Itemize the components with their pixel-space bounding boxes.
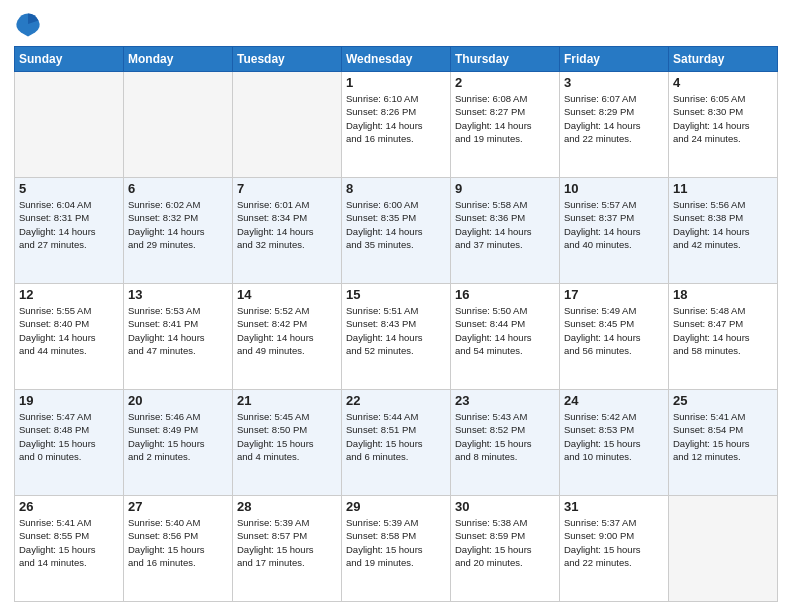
- day-cell: 20Sunrise: 5:46 AM Sunset: 8:49 PM Dayli…: [124, 390, 233, 496]
- day-cell: 6Sunrise: 6:02 AM Sunset: 8:32 PM Daylig…: [124, 178, 233, 284]
- weekday-header-monday: Monday: [124, 47, 233, 72]
- day-number: 17: [564, 287, 664, 302]
- day-info: Sunrise: 5:42 AM Sunset: 8:53 PM Dayligh…: [564, 410, 664, 463]
- day-info: Sunrise: 5:56 AM Sunset: 8:38 PM Dayligh…: [673, 198, 773, 251]
- day-cell: 31Sunrise: 5:37 AM Sunset: 9:00 PM Dayli…: [560, 496, 669, 602]
- day-cell: 10Sunrise: 5:57 AM Sunset: 8:37 PM Dayli…: [560, 178, 669, 284]
- day-info: Sunrise: 5:41 AM Sunset: 8:55 PM Dayligh…: [19, 516, 119, 569]
- day-cell: 22Sunrise: 5:44 AM Sunset: 8:51 PM Dayli…: [342, 390, 451, 496]
- day-number: 5: [19, 181, 119, 196]
- day-cell: 19Sunrise: 5:47 AM Sunset: 8:48 PM Dayli…: [15, 390, 124, 496]
- day-number: 26: [19, 499, 119, 514]
- day-cell: 26Sunrise: 5:41 AM Sunset: 8:55 PM Dayli…: [15, 496, 124, 602]
- day-info: Sunrise: 5:58 AM Sunset: 8:36 PM Dayligh…: [455, 198, 555, 251]
- day-number: 2: [455, 75, 555, 90]
- week-row-2: 5Sunrise: 6:04 AM Sunset: 8:31 PM Daylig…: [15, 178, 778, 284]
- day-number: 7: [237, 181, 337, 196]
- day-info: Sunrise: 5:38 AM Sunset: 8:59 PM Dayligh…: [455, 516, 555, 569]
- day-cell: 2Sunrise: 6:08 AM Sunset: 8:27 PM Daylig…: [451, 72, 560, 178]
- day-number: 30: [455, 499, 555, 514]
- day-cell: 14Sunrise: 5:52 AM Sunset: 8:42 PM Dayli…: [233, 284, 342, 390]
- weekday-header-thursday: Thursday: [451, 47, 560, 72]
- day-cell: [15, 72, 124, 178]
- day-cell: [669, 496, 778, 602]
- day-info: Sunrise: 5:37 AM Sunset: 9:00 PM Dayligh…: [564, 516, 664, 569]
- day-number: 29: [346, 499, 446, 514]
- day-cell: 5Sunrise: 6:04 AM Sunset: 8:31 PM Daylig…: [15, 178, 124, 284]
- day-cell: 21Sunrise: 5:45 AM Sunset: 8:50 PM Dayli…: [233, 390, 342, 496]
- day-info: Sunrise: 5:43 AM Sunset: 8:52 PM Dayligh…: [455, 410, 555, 463]
- day-info: Sunrise: 5:48 AM Sunset: 8:47 PM Dayligh…: [673, 304, 773, 357]
- day-cell: 16Sunrise: 5:50 AM Sunset: 8:44 PM Dayli…: [451, 284, 560, 390]
- weekday-header-tuesday: Tuesday: [233, 47, 342, 72]
- week-row-1: 1Sunrise: 6:10 AM Sunset: 8:26 PM Daylig…: [15, 72, 778, 178]
- weekday-header-row: SundayMondayTuesdayWednesdayThursdayFrid…: [15, 47, 778, 72]
- week-row-4: 19Sunrise: 5:47 AM Sunset: 8:48 PM Dayli…: [15, 390, 778, 496]
- day-cell: [233, 72, 342, 178]
- day-info: Sunrise: 5:55 AM Sunset: 8:40 PM Dayligh…: [19, 304, 119, 357]
- day-number: 8: [346, 181, 446, 196]
- day-number: 3: [564, 75, 664, 90]
- day-cell: 3Sunrise: 6:07 AM Sunset: 8:29 PM Daylig…: [560, 72, 669, 178]
- day-cell: 12Sunrise: 5:55 AM Sunset: 8:40 PM Dayli…: [15, 284, 124, 390]
- day-cell: 15Sunrise: 5:51 AM Sunset: 8:43 PM Dayli…: [342, 284, 451, 390]
- header: [14, 10, 778, 38]
- calendar-table: SundayMondayTuesdayWednesdayThursdayFrid…: [14, 46, 778, 602]
- day-number: 25: [673, 393, 773, 408]
- day-number: 9: [455, 181, 555, 196]
- day-info: Sunrise: 6:02 AM Sunset: 8:32 PM Dayligh…: [128, 198, 228, 251]
- day-cell: 28Sunrise: 5:39 AM Sunset: 8:57 PM Dayli…: [233, 496, 342, 602]
- day-cell: 1Sunrise: 6:10 AM Sunset: 8:26 PM Daylig…: [342, 72, 451, 178]
- week-row-3: 12Sunrise: 5:55 AM Sunset: 8:40 PM Dayli…: [15, 284, 778, 390]
- day-info: Sunrise: 6:00 AM Sunset: 8:35 PM Dayligh…: [346, 198, 446, 251]
- day-info: Sunrise: 5:52 AM Sunset: 8:42 PM Dayligh…: [237, 304, 337, 357]
- day-cell: 30Sunrise: 5:38 AM Sunset: 8:59 PM Dayli…: [451, 496, 560, 602]
- day-number: 4: [673, 75, 773, 90]
- day-number: 11: [673, 181, 773, 196]
- day-info: Sunrise: 5:39 AM Sunset: 8:57 PM Dayligh…: [237, 516, 337, 569]
- day-cell: 11Sunrise: 5:56 AM Sunset: 8:38 PM Dayli…: [669, 178, 778, 284]
- day-number: 1: [346, 75, 446, 90]
- day-info: Sunrise: 5:53 AM Sunset: 8:41 PM Dayligh…: [128, 304, 228, 357]
- day-cell: 13Sunrise: 5:53 AM Sunset: 8:41 PM Dayli…: [124, 284, 233, 390]
- day-number: 13: [128, 287, 228, 302]
- day-number: 22: [346, 393, 446, 408]
- day-cell: [124, 72, 233, 178]
- day-cell: 18Sunrise: 5:48 AM Sunset: 8:47 PM Dayli…: [669, 284, 778, 390]
- day-cell: 8Sunrise: 6:00 AM Sunset: 8:35 PM Daylig…: [342, 178, 451, 284]
- day-info: Sunrise: 6:05 AM Sunset: 8:30 PM Dayligh…: [673, 92, 773, 145]
- day-info: Sunrise: 5:44 AM Sunset: 8:51 PM Dayligh…: [346, 410, 446, 463]
- day-info: Sunrise: 5:57 AM Sunset: 8:37 PM Dayligh…: [564, 198, 664, 251]
- weekday-header-sunday: Sunday: [15, 47, 124, 72]
- logo-icon: [14, 10, 42, 38]
- day-number: 23: [455, 393, 555, 408]
- day-cell: 29Sunrise: 5:39 AM Sunset: 8:58 PM Dayli…: [342, 496, 451, 602]
- day-number: 19: [19, 393, 119, 408]
- day-cell: 27Sunrise: 5:40 AM Sunset: 8:56 PM Dayli…: [124, 496, 233, 602]
- day-cell: 24Sunrise: 5:42 AM Sunset: 8:53 PM Dayli…: [560, 390, 669, 496]
- day-cell: 23Sunrise: 5:43 AM Sunset: 8:52 PM Dayli…: [451, 390, 560, 496]
- day-info: Sunrise: 6:08 AM Sunset: 8:27 PM Dayligh…: [455, 92, 555, 145]
- weekday-header-friday: Friday: [560, 47, 669, 72]
- day-info: Sunrise: 6:01 AM Sunset: 8:34 PM Dayligh…: [237, 198, 337, 251]
- logo: [14, 10, 46, 38]
- weekday-header-wednesday: Wednesday: [342, 47, 451, 72]
- weekday-header-saturday: Saturday: [669, 47, 778, 72]
- day-cell: 4Sunrise: 6:05 AM Sunset: 8:30 PM Daylig…: [669, 72, 778, 178]
- day-number: 14: [237, 287, 337, 302]
- day-info: Sunrise: 5:47 AM Sunset: 8:48 PM Dayligh…: [19, 410, 119, 463]
- day-info: Sunrise: 6:07 AM Sunset: 8:29 PM Dayligh…: [564, 92, 664, 145]
- day-cell: 9Sunrise: 5:58 AM Sunset: 8:36 PM Daylig…: [451, 178, 560, 284]
- day-info: Sunrise: 5:41 AM Sunset: 8:54 PM Dayligh…: [673, 410, 773, 463]
- day-info: Sunrise: 6:04 AM Sunset: 8:31 PM Dayligh…: [19, 198, 119, 251]
- day-info: Sunrise: 5:39 AM Sunset: 8:58 PM Dayligh…: [346, 516, 446, 569]
- page: SundayMondayTuesdayWednesdayThursdayFrid…: [0, 0, 792, 612]
- day-cell: 25Sunrise: 5:41 AM Sunset: 8:54 PM Dayli…: [669, 390, 778, 496]
- day-number: 6: [128, 181, 228, 196]
- day-info: Sunrise: 5:45 AM Sunset: 8:50 PM Dayligh…: [237, 410, 337, 463]
- day-cell: 7Sunrise: 6:01 AM Sunset: 8:34 PM Daylig…: [233, 178, 342, 284]
- day-number: 20: [128, 393, 228, 408]
- week-row-5: 26Sunrise: 5:41 AM Sunset: 8:55 PM Dayli…: [15, 496, 778, 602]
- day-number: 12: [19, 287, 119, 302]
- day-number: 21: [237, 393, 337, 408]
